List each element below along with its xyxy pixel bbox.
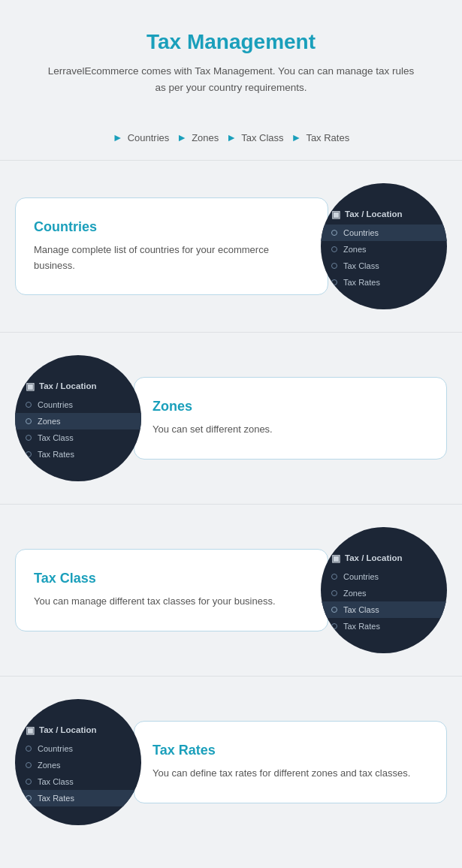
menu-dot (26, 418, 32, 424)
menu-item-label: Tax Rates (38, 794, 74, 803)
menu-item-label: Tax Rates (38, 450, 74, 459)
menu-circle-tax-class: ▣ Tax / Location Countries Zones Tax Cla… (321, 527, 447, 653)
menu-dot (26, 746, 32, 752)
section-description: Manage complete list of countries for yo… (34, 243, 306, 274)
camera-icon: ▣ (26, 725, 35, 736)
menu-item-label: Countries (38, 744, 73, 753)
section-description: You can set different zones. (152, 422, 425, 438)
menu-header: ▣ Tax / Location (321, 547, 447, 568)
section-tax-class: Tax Class You can manage different tax c… (0, 504, 462, 676)
step-item-tax-rates[interactable]: ►Tax Rates (291, 131, 350, 143)
step-item-countries[interactable]: ►Countries (113, 131, 170, 143)
menu-item-zones[interactable]: Zones (321, 241, 447, 258)
menu-circle-tax-rates: ▣ Tax / Location Countries Zones Tax Cla… (15, 699, 141, 825)
step-item-zones[interactable]: ►Zones (177, 131, 219, 143)
step-label: Tax Class (241, 132, 283, 143)
menu-dot (331, 590, 337, 596)
step-label: Countries (128, 132, 170, 143)
camera-icon: ▣ (331, 209, 340, 220)
text-card-countries: Countries Manage complete list of countr… (15, 197, 328, 296)
menu-header: ▣ Tax / Location (321, 203, 447, 225)
menu-item-label: Countries (343, 228, 379, 237)
menu-dot (331, 574, 337, 580)
menu-item-tax-class[interactable]: Tax Class (15, 429, 141, 446)
section-countries: Countries Manage complete list of countr… (0, 160, 462, 332)
step-label: Zones (192, 132, 219, 143)
menu-dot (26, 762, 32, 768)
menu-dot (331, 623, 337, 629)
menu-circle-zones: ▣ Tax / Location Countries Zones Tax Cla… (15, 355, 141, 481)
section-description: You can define tax rates for different z… (152, 766, 425, 782)
section-zones: ▣ Tax / Location Countries Zones Tax Cla… (0, 332, 462, 504)
text-card-tax-class: Tax Class You can manage different tax c… (15, 549, 328, 631)
steps-nav: ►Countries►Zones►Tax Class►Tax Rates (0, 118, 462, 160)
step-arrow: ► (113, 131, 123, 143)
menu-dot (26, 795, 32, 801)
menu-item-label: Countries (343, 572, 379, 581)
menu-item-tax-class[interactable]: Tax Class (15, 773, 141, 790)
menu-item-tax-rates[interactable]: Tax Rates (321, 618, 447, 634)
menu-item-countries[interactable]: Countries (15, 740, 141, 757)
section-title: Countries (34, 219, 306, 235)
menu-item-label: Tax Class (38, 777, 74, 786)
menu-dot (331, 263, 337, 269)
menu-header-label: Tax / Location (345, 209, 402, 219)
section-description: You can manage different tax classes for… (34, 594, 306, 610)
menu-dot (331, 230, 337, 236)
menu-item-label: Zones (343, 589, 367, 598)
page-header: Tax Management LerravelEcommerce comes w… (0, 0, 462, 118)
menu-item-label: Tax Rates (343, 622, 380, 631)
menu-item-countries[interactable]: Countries (15, 396, 141, 413)
menu-dot (26, 779, 32, 785)
camera-icon: ▣ (26, 381, 35, 392)
menu-dot (26, 451, 32, 457)
menu-item-countries[interactable]: Countries (321, 225, 447, 241)
menu-item-label: Tax Class (343, 261, 379, 270)
menu-dot (331, 607, 337, 613)
text-card-tax-rates: Tax Rates You can define tax rates for d… (134, 721, 447, 803)
menu-header-label: Tax / Location (39, 725, 96, 734)
section-title: Tax Class (34, 571, 306, 586)
menu-item-label: Zones (343, 245, 367, 254)
step-arrow: ► (291, 131, 302, 143)
menu-item-label: Tax Class (38, 433, 74, 442)
menu-item-zones[interactable]: Zones (15, 413, 141, 429)
section-tax-rates: ▣ Tax / Location Countries Zones Tax Cla… (0, 676, 462, 848)
menu-item-label: Countries (38, 400, 73, 409)
step-item-tax-class[interactable]: ►Tax Class (226, 131, 283, 143)
page-description: LerravelEcommerce comes with Tax Managem… (45, 63, 417, 95)
menu-item-tax-class[interactable]: Tax Class (321, 601, 447, 618)
menu-header: ▣ Tax / Location (15, 719, 141, 740)
menu-item-zones[interactable]: Zones (15, 757, 141, 773)
text-card-zones: Zones You can set different zones. (134, 377, 447, 460)
camera-icon: ▣ (331, 553, 340, 564)
menu-dot (26, 402, 32, 408)
menu-item-tax-rates[interactable]: Tax Rates (321, 274, 447, 291)
sections-container: Countries Manage complete list of countr… (0, 160, 462, 848)
step-arrow: ► (177, 131, 187, 143)
menu-item-tax-rates[interactable]: Tax Rates (15, 790, 141, 806)
menu-item-label: Zones (38, 417, 61, 426)
menu-item-label: Tax Class (343, 605, 379, 614)
menu-dot (331, 246, 337, 252)
step-arrow: ► (226, 131, 237, 143)
menu-item-tax-rates[interactable]: Tax Rates (15, 446, 141, 463)
menu-circle-countries: ▣ Tax / Location Countries Zones Tax Cla… (321, 183, 447, 309)
page-title: Tax Management (45, 30, 417, 54)
step-label: Tax Rates (306, 132, 349, 143)
section-title: Zones (152, 399, 425, 414)
menu-dot (331, 279, 337, 285)
menu-item-zones[interactable]: Zones (321, 585, 447, 601)
menu-header-label: Tax / Location (39, 381, 96, 390)
menu-header-label: Tax / Location (345, 553, 402, 562)
menu-item-countries[interactable]: Countries (321, 568, 447, 585)
menu-dot (26, 435, 32, 441)
menu-item-label: Zones (38, 761, 61, 770)
menu-item-tax-class[interactable]: Tax Class (321, 258, 447, 274)
menu-item-label: Tax Rates (343, 278, 380, 287)
menu-header: ▣ Tax / Location (15, 375, 141, 396)
section-title: Tax Rates (152, 743, 425, 758)
